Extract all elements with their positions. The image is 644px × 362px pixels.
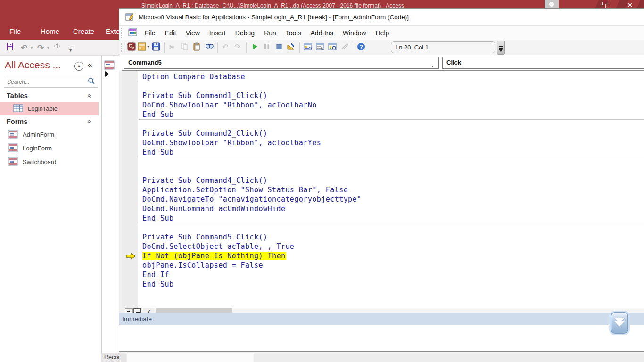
break-icon [262,42,272,53]
nav-item-label: AdminForm [23,131,54,138]
code-line: Private Sub Command1_Click() [142,91,267,101]
shutter-bar-close-icon[interactable]: « [88,60,92,70]
collapse-section-icon[interactable]: « [85,94,93,98]
redo-icon: ↷ [233,42,243,53]
undo-button[interactable]: ↶ [220,41,232,54]
save-button[interactable] [150,41,162,54]
object-browser-button[interactable] [326,41,339,54]
menu-help[interactable]: Help [371,27,394,39]
form-icon [8,157,18,167]
search-input[interactable] [4,79,88,85]
chevron-down-icon: ⌄ [430,59,435,71]
code-line: If Not (objPane Is Nothing) Then [142,252,286,261]
menu-edit[interactable]: Edit [160,27,181,39]
break-button[interactable] [261,41,273,54]
nav-search-box [4,76,98,88]
code-line: DoCmd.SelectObject acTable, , True [142,242,294,252]
redo-button[interactable]: ↷ [232,41,244,54]
quick-access-toolbar: ↶▾ ↷▾ ▾ [0,40,119,56]
run-icon [250,42,259,53]
qat-customize-button[interactable]: ▾ [65,41,77,54]
nav-item-label: LoginTable [28,105,58,112]
menu-window[interactable]: Window [338,27,371,39]
find-button[interactable] [203,41,215,54]
ribbon-tab-exte[interactable]: Exte [106,24,120,39]
procedure-separator [139,157,644,157]
nav-section-header-tables[interactable]: Tables« [0,90,102,102]
redo-icon: ↷ [37,43,44,53]
procedure-dropdown[interactable]: Click [442,57,644,69]
nav-item-loginform[interactable]: LoginForm [0,141,99,155]
ribbon-corner-decoration [587,0,644,8]
menu-tools[interactable]: Tools [281,27,306,39]
paste-button[interactable] [191,41,203,54]
code-line: End If [142,271,169,280]
ribbon-tab-create[interactable]: Create [73,24,94,39]
reset-button[interactable] [273,41,285,54]
object-dropdown[interactable]: Command5⌄ [124,57,439,69]
chevron-down-icon [614,321,625,327]
ribbon-tab-home[interactable]: Home [41,24,59,39]
immediate-window[interactable] [119,325,644,352]
help-button[interactable]: ? [355,41,367,54]
toolbox-button[interactable] [339,41,351,54]
cut-button[interactable]: ✂ [166,41,179,54]
nav-section-header-forms[interactable]: Forms« [0,115,102,128]
access-navigation-pane: All Access ... ▼ « Tables«LoginTableForm… [0,56,102,353]
immediate-window-titlebar[interactable]: Immediate [119,313,644,325]
redo-button[interactable]: ↷ [34,41,47,54]
copy-button[interactable] [179,41,191,54]
double-down-chevron-button[interactable] [611,312,628,334]
nav-pane-menu-button[interactable]: ▼ [74,62,83,71]
nav-section-label: Forms [7,118,27,125]
nav-item-switchboard[interactable]: Switchboard [0,155,99,169]
project-explorer-button[interactable] [302,41,314,54]
menu-addins[interactable]: Add-Ins [306,27,338,39]
toolbar-grip[interactable] [121,43,123,52]
nav-item-logintable[interactable]: LoginTable [0,102,99,115]
child-window-icon[interactable] [128,28,137,38]
undo-dropdown-icon[interactable]: ▾ [31,46,33,50]
code-editor[interactable]: Option Compare DatabasePrivate Sub Comma… [122,70,644,308]
restore-window-icon[interactable] [601,4,606,8]
access-document-area [102,56,119,353]
collapse-section-icon[interactable]: « [85,120,93,123]
menubar-grip[interactable] [121,28,123,38]
menu-file[interactable]: File [140,27,160,39]
view-object-button[interactable] [138,41,150,54]
toolbox-icon [340,42,349,53]
access-status-bar: Recor [101,353,644,362]
procedure-separator [139,119,644,120]
touch-mode-button[interactable] [51,41,63,54]
search-icon[interactable] [88,77,98,87]
user-avatar[interactable] [545,0,559,8]
properties-window-button[interactable] [314,41,326,54]
toolbar-overflow-button[interactable] [497,41,505,55]
menu-debug[interactable]: Debug [231,27,259,39]
design-mode-button[interactable] [285,41,297,54]
nav-object-list: Tables«LoginTableForms«AdminFormLoginFor… [0,90,102,169]
redo-dropdown-icon[interactable]: ▾ [47,46,49,50]
toolbar-separator [246,42,247,53]
form-tab-icon[interactable] [104,60,115,72]
code-line: End Sub [142,148,173,157]
paste-icon [192,42,202,53]
code-line: Application.SetOption "Show Status Bar",… [142,186,348,195]
code-line: Option Compare Database [142,73,245,82]
procedure-separator [139,223,644,223]
text-caret [142,252,142,260]
menu-run[interactable]: Run [259,27,281,39]
menu-insert[interactable]: Insert [205,27,231,39]
vba-menubar: FileEditViewInsertDebugRunToolsAdd-InsWi… [119,26,644,40]
menu-view[interactable]: View [181,27,205,39]
run-button[interactable] [248,41,261,54]
nav-item-adminform[interactable]: AdminForm [0,128,99,141]
undo-button[interactable]: ↶ [18,41,30,54]
code-line: DoCmd.ShowToolbar "Ribbon", acToolbarYes [142,139,321,148]
access-icon [127,42,136,53]
access-button[interactable] [125,41,138,54]
reset-icon [274,42,284,53]
save-button[interactable] [4,41,16,54]
ribbon-tab-file[interactable]: File [9,24,21,39]
project-explorer-icon [303,42,313,53]
